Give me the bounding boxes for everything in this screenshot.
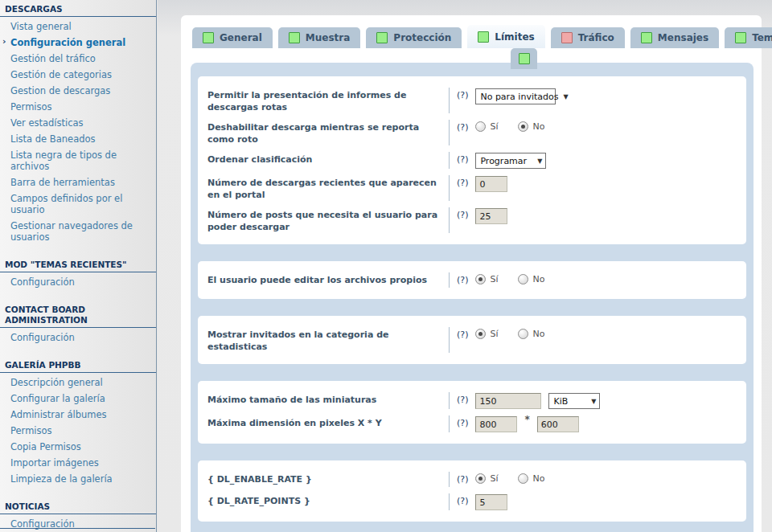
tab-trafico[interactable]: Tráfico — [551, 27, 625, 48]
help-icon[interactable]: (?) — [457, 88, 468, 100]
tab-label: Muestra — [306, 32, 351, 43]
sidebar-item[interactable]: Importar imágenes — [0, 455, 156, 471]
dropdown-select[interactable]: Programar▼ — [475, 153, 546, 169]
radio-option[interactable]: Sí — [475, 121, 498, 132]
radio-option[interactable]: Sí — [475, 328, 498, 339]
sidebar-item[interactable]: Gestión de categorias — [0, 67, 156, 83]
select-value: KiB — [553, 396, 568, 407]
sidebar-section: MOD "TEMAS RECIENTES"Configuración — [0, 257, 156, 290]
sidebar-item[interactable]: Permisos — [0, 99, 156, 115]
sidebar-item[interactable]: Lista de Baneados — [0, 131, 156, 147]
sidebar-item[interactable]: Administrar álbumes — [0, 407, 156, 423]
sidebar-item-label: Gestión del tráfico — [10, 53, 96, 64]
tab-mensajes[interactable]: Mensajes — [630, 27, 719, 48]
sidebar-item-label: Permisos — [10, 101, 52, 113]
text-input[interactable]: 600 — [537, 416, 579, 432]
sub-tab[interactable] — [511, 48, 537, 69]
sidebar-item[interactable]: Configurar la galería — [0, 391, 156, 407]
sidebar-item[interactable]: Copia Permisos — [0, 439, 156, 455]
form-row: Máxima dimensión en pixeles X * Y(?)800*… — [198, 413, 746, 435]
main-area: GeneralMuestraProtecciónLímitesTráficoMe… — [158, 0, 772, 532]
sidebar-section: NOTICIASConfiguración — [0, 499, 156, 532]
radio-button[interactable] — [475, 274, 486, 284]
tab-limites[interactable]: Límites — [467, 25, 544, 48]
radio-button[interactable] — [518, 473, 528, 484]
field-label: Número de descargas recientes que aparec… — [207, 175, 449, 201]
field-label: Máxima dimensión en pixeles X * Y — [207, 415, 449, 432]
form-container: Permitir la presentación de informes de … — [191, 63, 754, 532]
tab-general[interactable]: General — [192, 27, 273, 48]
form-row: Número de descargas recientes que aparec… — [198, 173, 746, 203]
sidebar-item[interactable]: Configuración — [0, 516, 156, 532]
tab-label: General — [220, 32, 262, 43]
radio-button[interactable] — [475, 121, 486, 132]
sidebar-item-label: Configuración — [10, 332, 75, 343]
radio-option[interactable]: Sí — [475, 273, 498, 284]
radio-button[interactable] — [518, 329, 528, 339]
sidebar-item[interactable]: Vista general — [0, 18, 156, 35]
sidebar-item-label: Configuración general — [10, 37, 125, 48]
radio-option[interactable]: No — [518, 473, 544, 484]
sidebar-item[interactable]: Gestionar navegadores de usuarios — [0, 218, 156, 245]
help-icon[interactable]: (?) — [457, 327, 468, 340]
sidebar-item-label: Barra de herramientas — [10, 177, 115, 188]
field-controls: SíNo — [475, 120, 557, 132]
tab-temas[interactable]: Temas — [725, 27, 772, 48]
sidebar-item[interactable]: Descripción general — [0, 374, 156, 391]
radio-button[interactable] — [518, 274, 528, 284]
sidebar-item[interactable]: Campos definidos por el usuario — [0, 190, 156, 218]
dropdown-select[interactable]: No para invitados▼ — [475, 88, 556, 104]
radio-option[interactable]: No — [518, 121, 544, 132]
help-icon[interactable]: (?) — [457, 472, 468, 485]
tab-label: Mensajes — [658, 32, 708, 43]
sidebar-item-label: Campos definidos por el usuario — [10, 193, 122, 215]
chevron-down-icon: ▼ — [537, 158, 542, 165]
help-icon[interactable]: (?) — [457, 207, 468, 220]
help-icon[interactable]: (?) — [457, 272, 468, 285]
sidebar-item[interactable]: Gestión del tráfico — [0, 51, 156, 67]
sidebar-item[interactable]: Barra de herramientas — [0, 174, 156, 190]
help-icon[interactable]: (?) — [457, 175, 468, 188]
radio-button[interactable] — [475, 329, 486, 339]
radio-option[interactable]: No — [518, 273, 544, 284]
tab-proteccion[interactable]: Protección — [366, 27, 462, 48]
sidebar-item[interactable]: Ver estadísticas — [0, 115, 156, 131]
field-label: Número de posts que necesita el usuario … — [207, 207, 449, 233]
settings-group: Máximo tamaño de las miniaturas(?)150KiB… — [198, 381, 746, 444]
radio-option[interactable]: No — [518, 328, 544, 339]
sidebar-item-label: Copia Permisos — [10, 441, 81, 452]
sidebar-item-label: Permisos — [10, 425, 52, 436]
sidebar-item[interactable]: Configuración — [0, 274, 156, 290]
help-icon[interactable]: (?) — [457, 415, 468, 428]
chevron-down-icon: ▼ — [591, 398, 596, 405]
help-icon[interactable]: (?) — [457, 152, 468, 165]
field-controls: 5 — [475, 493, 507, 510]
sidebar-item[interactable]: Gestion de descargas — [0, 83, 156, 99]
sidebar-item[interactable]: Configuración — [0, 329, 156, 346]
field-control-area: (?)5 — [449, 493, 737, 510]
help-icon[interactable]: (?) — [457, 392, 468, 405]
dropdown-select[interactable]: KiB▼ — [548, 393, 600, 409]
text-input[interactable]: 5 — [475, 494, 507, 510]
sidebar-section: DESCARGASVista general›Configuración gen… — [0, 2, 156, 245]
sidebar-item[interactable]: Limpieza de la galería — [0, 471, 156, 487]
sidebar-item[interactable]: Permisos — [0, 423, 156, 439]
text-input[interactable]: 150 — [475, 393, 541, 409]
text-input[interactable]: 25 — [475, 208, 507, 224]
field-label: Ordenar clasificación — [207, 152, 449, 169]
radio-option[interactable]: Sí — [475, 473, 498, 484]
help-icon[interactable]: (?) — [457, 493, 468, 506]
settings-panel: GeneralMuestraProtecciónLímitesTráficoMe… — [181, 15, 762, 532]
field-control-area: (?)No para invitados▼ — [449, 88, 737, 113]
radio-button[interactable] — [475, 473, 486, 484]
field-label: Deshabilitar descarga mientras se report… — [207, 120, 449, 145]
text-input[interactable]: 800 — [475, 416, 517, 432]
field-control-area: (?)SíNo — [449, 272, 737, 288]
form-row: Permitir la presentación de informes de … — [198, 85, 746, 116]
sidebar-item[interactable]: ›Configuración general — [0, 35, 156, 51]
help-icon[interactable]: (?) — [457, 120, 468, 133]
sidebar-item[interactable]: Lista negra de tipos de archivos — [0, 147, 156, 174]
text-input[interactable]: 0 — [475, 176, 507, 192]
tab-muestra[interactable]: Muestra — [278, 27, 361, 48]
radio-button[interactable] — [518, 121, 528, 132]
